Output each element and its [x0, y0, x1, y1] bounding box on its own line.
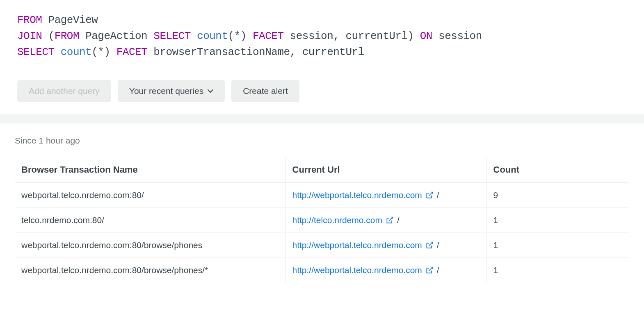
- external-link-icon: [425, 266, 434, 274]
- cell-count: 1: [486, 208, 629, 233]
- text-cursor: [365, 47, 365, 57]
- results-table: Browser Transaction Name Current Url Cou…: [15, 157, 629, 283]
- recent-queries-button[interactable]: Your recent queries: [118, 80, 225, 102]
- url-suffix: /: [397, 215, 400, 225]
- url-suffix: /: [437, 240, 439, 250]
- table-row: telco.nrdemo.com:80/http://telco.nrdemo.…: [15, 208, 629, 233]
- cell-current-url: http://telco.nrdemo.com/: [285, 208, 486, 233]
- chevron-down-icon: [208, 88, 213, 94]
- time-range-label: Since 1 hour ago: [15, 136, 629, 146]
- column-header-count[interactable]: Count: [486, 157, 629, 183]
- cell-count: 1: [486, 233, 629, 258]
- url-link[interactable]: http://webportal.telco.nrdemo.com: [292, 190, 434, 200]
- cell-count: 9: [486, 183, 629, 208]
- cell-current-url: http://webportal.telco.nrdemo.com/: [285, 183, 486, 208]
- url-link[interactable]: http://telco.nrdemo.com: [292, 215, 394, 225]
- url-suffix: /: [437, 265, 439, 275]
- url-link[interactable]: http://webportal.telco.nrdemo.com: [292, 265, 434, 275]
- external-link-icon: [425, 241, 434, 249]
- cell-transaction-name: webportal.telco.nrdemo.com:80/browse/pho…: [15, 233, 285, 258]
- cell-current-url: http://webportal.telco.nrdemo.com/: [285, 258, 486, 283]
- add-another-query-button: Add another query: [17, 80, 111, 102]
- table-header-row: Browser Transaction Name Current Url Cou…: [15, 157, 629, 183]
- cell-current-url: http://webportal.telco.nrdemo.com/: [285, 233, 486, 258]
- column-header-name[interactable]: Browser Transaction Name: [15, 157, 285, 183]
- external-link-icon: [386, 216, 394, 224]
- table-row: webportal.telco.nrdemo.com:80/http://web…: [15, 183, 629, 208]
- query-editor[interactable]: FROM PageView JOIN (FROM PageAction SELE…: [17, 12, 627, 60]
- cell-transaction-name: webportal.telco.nrdemo.com:80/: [15, 183, 285, 208]
- cell-transaction-name: telco.nrdemo.com:80/: [15, 208, 285, 233]
- table-row: webportal.telco.nrdemo.com:80/browse/pho…: [15, 233, 629, 258]
- cell-count: 1: [486, 258, 629, 283]
- recent-queries-label: Your recent queries: [129, 86, 203, 96]
- section-divider: [0, 114, 644, 123]
- table-row: webportal.telco.nrdemo.com:80/browse/pho…: [15, 258, 629, 283]
- external-link-icon: [425, 191, 434, 199]
- create-alert-button[interactable]: Create alert: [231, 80, 299, 102]
- url-link[interactable]: http://webportal.telco.nrdemo.com: [292, 240, 434, 250]
- url-suffix: /: [437, 190, 439, 200]
- column-header-url[interactable]: Current Url: [285, 157, 486, 183]
- cell-transaction-name: webportal.telco.nrdemo.com:80/browse/pho…: [15, 258, 285, 283]
